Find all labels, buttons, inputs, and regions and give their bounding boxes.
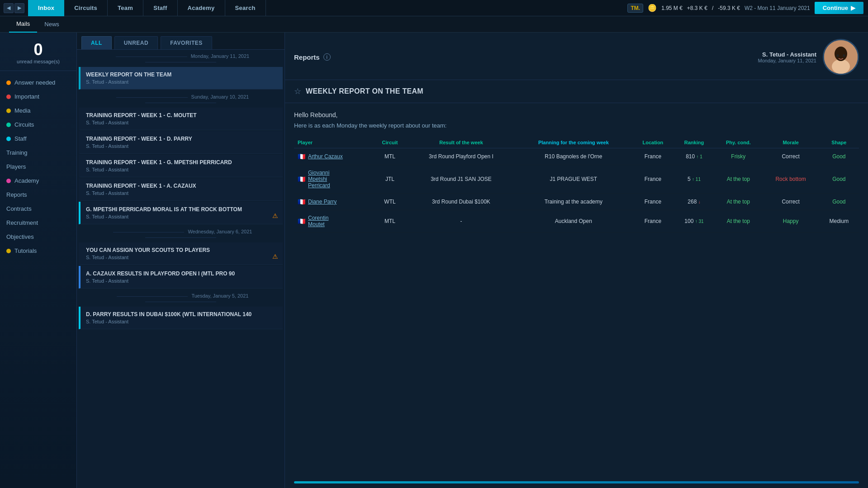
result-cell: 3rd Round J1 SAN JOSE bbox=[407, 165, 515, 194]
player-link[interactable]: GiovanniMpetshiPerricard bbox=[308, 170, 330, 189]
sidebar-label-important: Important bbox=[14, 93, 39, 100]
nav-staff-button[interactable]: Staff bbox=[143, 0, 177, 16]
location-cell: France bbox=[632, 194, 674, 210]
nav-circuits-button[interactable]: Circuits bbox=[64, 0, 108, 16]
player-link[interactable]: Arthur Cazaux bbox=[308, 153, 343, 160]
nav-academy-button[interactable]: Academy bbox=[178, 0, 225, 16]
mail-sender: S. Tetud - Assistant bbox=[86, 319, 277, 324]
nav-right-area: TM. 🪙 1.95 M € +8.3 K € / -59.3 K € W2 -… bbox=[627, 2, 868, 14]
sidebar-item-circuits[interactable]: Circuits bbox=[0, 118, 76, 132]
sidebar-item-objectives[interactable]: Objectives bbox=[0, 230, 76, 244]
sidebar-item-recruitment[interactable]: Recruitment bbox=[0, 216, 76, 230]
col-circuit: Circuit bbox=[373, 137, 407, 148]
phys-cell: At the top bbox=[714, 210, 762, 232]
mail-item-training-parry[interactable]: TRAINING REPORT - WEEK 1 - D. PARRY S. T… bbox=[79, 131, 283, 154]
ranking-cell: 5 ↑ 11 bbox=[674, 165, 714, 194]
balance-display: 1.95 M € bbox=[661, 5, 683, 11]
col-result: Result of the week bbox=[407, 137, 515, 148]
mail-scroll-area[interactable]: Monday, January 11, 2021 WEEKLY REPORT O… bbox=[77, 50, 285, 488]
sidebar-divider-1 bbox=[0, 71, 76, 71]
star-icon[interactable]: ☆ bbox=[294, 86, 301, 96]
mail-item-weekly-report[interactable]: WEEKLY REPORT ON THE TEAM S. Tetud - Ass… bbox=[79, 67, 283, 90]
circuit-cell: WTL bbox=[373, 194, 407, 210]
sidebar-item-tutorials[interactable]: Tutorials bbox=[0, 244, 76, 258]
shape-cell: Good bbox=[819, 148, 859, 165]
col-location: Location bbox=[632, 137, 674, 148]
planning-cell: R10 Bagnoles de l'Orne bbox=[515, 148, 632, 165]
morale-cell: Correct bbox=[763, 194, 819, 210]
sidebar-item-important[interactable]: Important bbox=[0, 90, 76, 104]
player-link[interactable]: Diane Parry bbox=[308, 199, 337, 205]
mail-title: TRAINING REPORT - WEEK 1 - A. CAZAUX bbox=[86, 183, 277, 189]
dot-icon bbox=[6, 179, 11, 183]
continue-button[interactable]: Continue ▶ bbox=[815, 2, 863, 14]
tab-unread[interactable]: UNREAD bbox=[114, 36, 158, 49]
mail-title: TRAINING REPORT - WEEK 1 - G. MPETSHI PE… bbox=[86, 159, 277, 166]
avatar-image bbox=[824, 40, 858, 74]
mail-sender: S. Tetud - Assistant bbox=[86, 255, 277, 260]
sidebar-label-answer-needed: Answer needed bbox=[14, 79, 55, 86]
mail-sender: S. Tetud - Assistant bbox=[86, 278, 277, 284]
continue-label: Continue bbox=[823, 5, 848, 11]
mail-item-training-moutet[interactable]: TRAINING REPORT - WEEK 1 - C. MOUTET S. … bbox=[79, 108, 283, 130]
report-body: Hello Rebound, Here is as each Monday th… bbox=[285, 103, 868, 477]
tab-favorites[interactable]: FAVORITES bbox=[161, 36, 212, 49]
player-link[interactable]: CorentinMoutet bbox=[308, 215, 328, 227]
top-navigation: ◀ ▶ Inbox Circuits Team Staff Academy Se… bbox=[0, 0, 868, 16]
mail-sender: S. Tetud - Assistant bbox=[86, 79, 277, 85]
rank-change-icon: ↑ 11 bbox=[692, 177, 701, 182]
sidebar-item-training[interactable]: Training bbox=[0, 146, 76, 160]
mail-item-cazaux-results[interactable]: A. CAZAUX RESULTS IN PLAYFORD OPEN I (MT… bbox=[79, 266, 283, 289]
flag-icon: 🇫🇷 bbox=[298, 175, 305, 183]
mails-tab[interactable]: Mails bbox=[9, 16, 37, 33]
dot-icon bbox=[6, 109, 11, 113]
mail-title: WEEKLY REPORT ON THE TEAM bbox=[86, 71, 277, 78]
sidebar-item-reports[interactable]: Reports bbox=[0, 188, 76, 202]
table-row: 🇫🇷 GiovanniMpetshiPerricard JTL 3rd Roun… bbox=[294, 165, 859, 194]
flag-icon: 🇫🇷 bbox=[298, 198, 305, 205]
footer-progress-bar bbox=[294, 481, 859, 483]
sidebar-label-academy: Academy bbox=[14, 177, 39, 184]
sidebar-label-contracts: Contracts bbox=[6, 205, 32, 212]
mail-item-scouts[interactable]: YOU CAN ASSIGN YOUR SCOUTS TO PLAYERS S.… bbox=[79, 242, 283, 265]
alert-icon: ⚠ bbox=[272, 212, 278, 219]
news-tab[interactable]: News bbox=[37, 16, 66, 33]
sidebar-label-media: Media bbox=[14, 107, 30, 114]
date-separator-monday: Monday, January 11, 2021 bbox=[79, 50, 283, 66]
mail-tabs-area: ALL UNREAD FAVORITES bbox=[77, 33, 285, 50]
reports-label: Reports bbox=[294, 53, 320, 61]
sidebar-item-answer-needed[interactable]: Answer needed bbox=[0, 76, 76, 90]
ranking-cell: 100 ↑ 31 bbox=[674, 210, 714, 232]
report-header: Reports i S. Tetud - Assistant Monday, J… bbox=[285, 33, 868, 80]
date-separator-wednesday: Wednesday, January 6, 2021 bbox=[79, 225, 283, 242]
sidebar-item-staff[interactable]: Staff bbox=[0, 132, 76, 146]
ranking-cell: 810 ↑ 1 bbox=[674, 148, 714, 165]
location-cell: France bbox=[632, 210, 674, 232]
nav-inbox-button[interactable]: Inbox bbox=[28, 0, 64, 16]
report-sender-name: S. Tetud - Assistant bbox=[758, 51, 816, 58]
tab-all[interactable]: ALL bbox=[81, 36, 112, 49]
rank-change-icon: ↑ 1 bbox=[697, 154, 702, 159]
mail-item-moral-rock-bottom[interactable]: G. MPETSHI PERRICARD MORAL IS AT THE ROC… bbox=[79, 202, 283, 224]
shape-cell: Good bbox=[819, 194, 859, 210]
separator: / bbox=[712, 5, 713, 11]
nav-back-button[interactable]: ◀ bbox=[4, 3, 14, 13]
income-display: +8.3 K € bbox=[687, 5, 707, 11]
sidebar-item-media[interactable]: Media bbox=[0, 104, 76, 118]
sidebar-item-academy[interactable]: Academy bbox=[0, 174, 76, 188]
mail-item-parry-results[interactable]: D. PARRY RESULTS IN DUBAI $100K (WTL INT… bbox=[79, 307, 283, 329]
sidebar-item-contracts[interactable]: Contracts bbox=[0, 202, 76, 216]
sidebar-label-reports: Reports bbox=[6, 191, 27, 198]
nav-team-button[interactable]: Team bbox=[108, 0, 143, 16]
result-cell: - bbox=[407, 210, 515, 232]
sidebar-label-training: Training bbox=[6, 149, 27, 156]
nav-forward-button[interactable]: ▶ bbox=[14, 3, 24, 13]
sidebar-item-players[interactable]: Players bbox=[0, 160, 76, 174]
table-row: 🇫🇷 CorentinMoutet MTL - Auckland Open Fr… bbox=[294, 210, 859, 232]
nav-search-button[interactable]: Search bbox=[225, 0, 266, 16]
table-row: 🇫🇷 Arthur Cazaux MTL 3rd Round Playford … bbox=[294, 148, 859, 165]
mail-item-training-mpetshi[interactable]: TRAINING REPORT - WEEK 1 - G. MPETSHI PE… bbox=[79, 155, 283, 177]
info-icon[interactable]: i bbox=[323, 53, 331, 61]
date-display: W2 - Mon 11 January 2021 bbox=[745, 5, 810, 11]
mail-item-training-cazaux[interactable]: TRAINING REPORT - WEEK 1 - A. CAZAUX S. … bbox=[79, 178, 283, 201]
